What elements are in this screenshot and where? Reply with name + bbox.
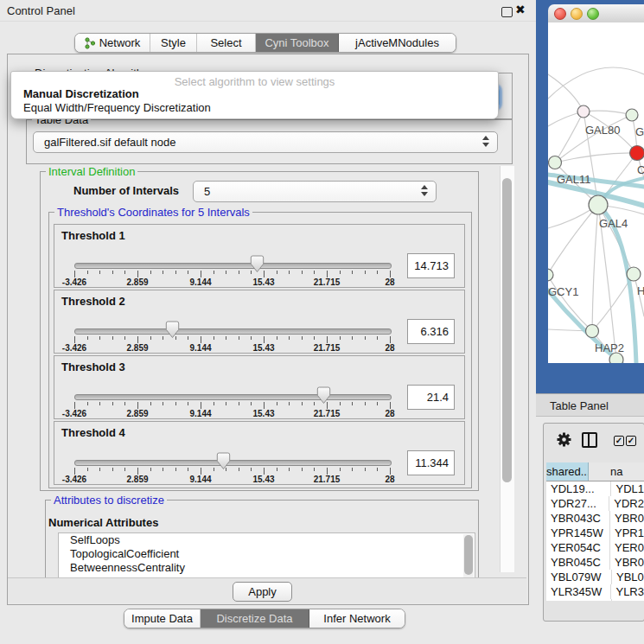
apply-bar: Apply bbox=[8, 577, 526, 603]
cell-name: YDL1 bbox=[611, 481, 644, 496]
table-row[interactable]: YBR043CYBR0 bbox=[546, 511, 644, 526]
threshold-panel-1: Threshold 1-3.4262.8599.14415.4321.71528… bbox=[54, 224, 465, 288]
attributes-scrollbar[interactable] bbox=[463, 534, 474, 577]
tab-impute-data[interactable]: Impute Data bbox=[124, 609, 201, 628]
slider-track[interactable] bbox=[74, 460, 392, 466]
zoom-traffic-light-button[interactable] bbox=[587, 8, 599, 20]
tick-label: 2.859 bbox=[118, 409, 156, 418]
network-node[interactable] bbox=[609, 353, 623, 363]
cell-shared-name: YDL19... bbox=[546, 481, 611, 496]
threshold-label: Threshold 2 bbox=[61, 295, 125, 308]
column-header-name[interactable]: na bbox=[589, 462, 644, 481]
attribute-item-selfloops[interactable]: SelfLoops bbox=[59, 533, 475, 547]
split-columns-icon[interactable] bbox=[582, 432, 597, 448]
tick-label: 15.43 bbox=[245, 277, 283, 287]
network-node-ga[interactable] bbox=[626, 109, 638, 121]
slider-track[interactable] bbox=[74, 394, 392, 400]
network-node-gcy1[interactable] bbox=[548, 269, 553, 281]
tab-jactivemnodules[interactable]: jActiveMNodules bbox=[339, 34, 456, 52]
network-node-gal80[interactable] bbox=[577, 105, 590, 118]
tick-label: -3.426 bbox=[55, 343, 93, 353]
group-title: Interval Definition bbox=[46, 165, 137, 178]
slider-thumb[interactable] bbox=[250, 255, 265, 273]
algorithm-option-equal-width-frequency-discretization[interactable]: Equal Width/Frequency Discretization bbox=[13, 101, 490, 114]
cell-name: YBL0 bbox=[612, 570, 644, 584]
checkbox-checked-icon[interactable]: ✓ bbox=[614, 436, 624, 446]
tab-select[interactable]: Select bbox=[197, 34, 256, 52]
cell-name: YER0 bbox=[610, 540, 644, 555]
tick-label: 28 bbox=[371, 475, 409, 484]
cell-name: YLR3 bbox=[611, 584, 644, 599]
network-node-hap2[interactable] bbox=[586, 325, 599, 338]
column-header-shared-name[interactable]: shared... bbox=[546, 462, 589, 481]
table-data-combobox[interactable]: galFiltered.sif default node bbox=[33, 131, 498, 153]
network-edge bbox=[555, 112, 583, 163]
table-row[interactable]: YLR345WYLR3 bbox=[546, 584, 644, 599]
gear-icon[interactable] bbox=[556, 431, 572, 448]
attribute-item-betweennesscentrality[interactable]: BetweennessCentrality bbox=[59, 561, 475, 575]
network-canvas[interactable]: GAL80GACGAL11GAL4GCY1HHAP2 bbox=[548, 22, 644, 363]
cell-shared-name: YER054C bbox=[546, 540, 610, 555]
network-edge bbox=[598, 205, 634, 274]
network-icon bbox=[85, 37, 96, 49]
threshold-value-field[interactable]: 21.4 bbox=[407, 385, 455, 410]
tick-label: 9.144 bbox=[182, 409, 220, 418]
slider-thumb[interactable] bbox=[316, 386, 331, 405]
threshold-panel-2: Threshold 2-3.4262.8599.14415.4321.71528… bbox=[54, 290, 465, 354]
minimize-traffic-light-button[interactable] bbox=[571, 8, 583, 20]
network-node-gal4[interactable] bbox=[589, 195, 608, 214]
tick-label: 28 bbox=[371, 409, 409, 418]
number-of-intervals-combobox[interactable]: 5 bbox=[193, 181, 437, 202]
network-edge bbox=[548, 205, 598, 275]
tab-discretize-data[interactable]: Discretize Data bbox=[201, 609, 309, 628]
tab-label: Infer Network bbox=[323, 612, 390, 625]
close-traffic-light-button[interactable] bbox=[554, 8, 566, 20]
cell-shared-name: YBR045C bbox=[546, 555, 610, 570]
algorithm-option-manual-discretization[interactable]: Manual Discretization bbox=[13, 87, 490, 100]
tab-label: jActiveMNodules bbox=[355, 36, 439, 49]
table-row[interactable]: YIL052CYIL0 bbox=[546, 599, 644, 601]
threshold-value-field[interactable]: 6.316 bbox=[407, 319, 455, 344]
threshold-label: Threshold 1 bbox=[61, 229, 125, 242]
node-label: GA bbox=[635, 125, 644, 138]
tab-style[interactable]: Style bbox=[150, 34, 197, 52]
tab-network[interactable]: Network bbox=[75, 34, 150, 52]
slider-track[interactable] bbox=[74, 263, 392, 269]
number-of-intervals-label: Number of Intervals bbox=[73, 184, 179, 197]
table-row[interactable]: YDR27...YDR2 bbox=[546, 496, 644, 511]
cell-name: YBR0 bbox=[610, 555, 644, 570]
attribute-item-topologicalcoefficient[interactable]: TopologicalCoefficient bbox=[59, 547, 475, 561]
table-row[interactable]: YDL19...YDL1 bbox=[546, 481, 644, 496]
table-row[interactable]: YBL079WYBL0 bbox=[546, 570, 644, 584]
close-window-button[interactable]: ✖ bbox=[515, 3, 526, 16]
slider-track[interactable] bbox=[74, 328, 392, 335]
node-label: GAL4 bbox=[599, 217, 628, 230]
threshold-value-field[interactable]: 14.713 bbox=[407, 253, 455, 278]
table-row[interactable]: YPR145WYPR1 bbox=[546, 526, 644, 540]
slider-thumb[interactable] bbox=[216, 452, 231, 470]
table-row[interactable]: YER054CYER0 bbox=[546, 540, 644, 555]
numerical-attributes-list[interactable]: SelfLoopsTopologicalCoefficientBetweenne… bbox=[58, 532, 475, 579]
threshold-value-field[interactable]: 11.344 bbox=[407, 450, 455, 475]
tab-label: Style bbox=[161, 36, 186, 49]
node-table: shared... na YDL19...YDL1YDR27...YDR2YBR… bbox=[546, 462, 644, 601]
slider-thumb[interactable] bbox=[165, 321, 180, 339]
tick-label: 15.43 bbox=[245, 343, 283, 353]
panel-vertical-scrollbar[interactable] bbox=[500, 166, 514, 572]
node-label: C bbox=[637, 163, 644, 176]
threshold-label: Threshold 4 bbox=[61, 426, 125, 439]
network-node-h[interactable] bbox=[627, 267, 641, 281]
tick-label: 21.715 bbox=[308, 343, 346, 353]
cell-name: YIL0 bbox=[612, 599, 640, 601]
table-panel-title: Table Panel bbox=[550, 399, 609, 412]
network-edge bbox=[583, 111, 632, 115]
float-window-button[interactable] bbox=[501, 7, 513, 17]
tab-label: Cyni Toolbox bbox=[265, 36, 328, 49]
network-node-c[interactable] bbox=[630, 146, 644, 161]
checkbox-checked-icon[interactable]: ✓ bbox=[626, 436, 636, 446]
tab-cyni-toolbox[interactable]: Cyni Toolbox bbox=[256, 34, 339, 52]
table-row[interactable]: YBR045CYBR0 bbox=[546, 555, 644, 570]
apply-button[interactable]: Apply bbox=[233, 582, 292, 602]
tab-infer-network[interactable]: Infer Network bbox=[309, 609, 405, 628]
network-node-gal11[interactable] bbox=[549, 156, 562, 169]
